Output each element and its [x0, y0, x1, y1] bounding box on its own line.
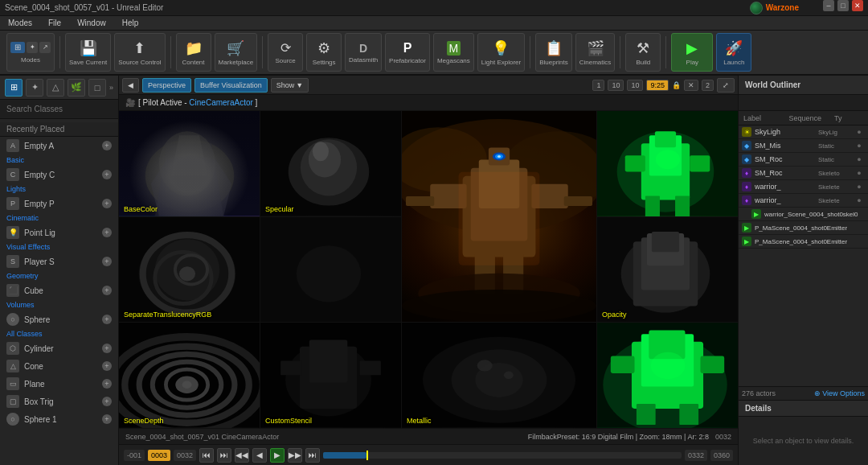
panel-item-players[interactable]: S Player S +	[0, 253, 118, 270]
tl-step-fwd-btn[interactable]: ▶▶	[288, 448, 302, 463]
outliner-item-pma2[interactable]: ▶ P_MaScene_0004_shot0Emitter	[739, 235, 868, 249]
panel-item-emptya[interactable]: A Empty A +	[0, 137, 118, 154]
tl-prev-key-btn[interactable]: ⏭	[217, 448, 231, 463]
panel-item-sphere[interactable]: ○ Sphere +	[0, 311, 118, 328]
viewport-back-btn[interactable]: ◀	[122, 78, 139, 93]
timeline-start: -001	[124, 450, 145, 461]
panel-item-cylinder[interactable]: ⬡ Cylinder +	[0, 339, 118, 357]
mode-select-btn[interactable]: ⊞	[5, 79, 23, 97]
emptya-add-btn[interactable]: +	[102, 141, 112, 150]
toolbar-source-control-btn[interactable]: ⬆ Source Control	[114, 33, 165, 72]
cube-add-btn[interactable]: +	[102, 286, 112, 295]
toolbar-prefabricator-btn[interactable]: P Prefabricator	[385, 33, 430, 72]
vp-maximize-btn[interactable]: ⤢	[717, 78, 735, 93]
menu-modes[interactable]: Modes	[5, 19, 35, 27]
panel-item-emptyc[interactable]: C Empty C +	[0, 166, 118, 183]
tl-next-key-btn[interactable]: ⏭	[305, 448, 320, 463]
toolbar-play-btn[interactable]: ▶ Play	[671, 33, 713, 72]
tl-step-back-btn[interactable]: ◀◀	[235, 448, 249, 463]
outliner-item-pma1[interactable]: ▶ P_MaScene_0004_shot0Emitter	[739, 221, 868, 235]
players-add-btn[interactable]: +	[102, 257, 112, 266]
recently-placed-header[interactable]: Recently Placed	[0, 122, 118, 137]
tl-play-btn[interactable]: ▶	[270, 448, 285, 463]
minimize-button[interactable]: –	[823, 0, 834, 11]
boxtrig-add-btn[interactable]: +	[102, 397, 112, 406]
toolbar-marketplace-btn[interactable]: 🛒 Marketplace	[215, 33, 258, 72]
toolbar-save-btn[interactable]: 💾 Save Current	[65, 33, 111, 72]
mode-paint-btn[interactable]: ✦	[26, 79, 43, 97]
panel-item-cube[interactable]: ⬛ Cube +	[0, 282, 118, 299]
warrior1-name: warrior_	[755, 183, 815, 191]
outliner-search-input[interactable]	[739, 95, 868, 111]
tl-step-back-one-btn[interactable]: ◀	[252, 448, 267, 463]
show-btn[interactable]: Show ▼	[271, 78, 309, 93]
panel-item-boxtrig[interactable]: ▢ Box Trig +	[0, 393, 118, 410]
volumes-category[interactable]: Volumes	[0, 299, 118, 311]
mode-landscape-btn[interactable]: △	[47, 79, 64, 97]
toolbar-blueprints-btn[interactable]: 📋 Blueprints	[535, 33, 572, 72]
cylinder-add-btn[interactable]: +	[102, 344, 112, 353]
buffer-main-viewport[interactable]	[402, 111, 596, 322]
visualfx-category[interactable]: Visual Effects	[0, 241, 118, 253]
buffer-gizmo[interactable]	[597, 323, 738, 428]
toolbar-content-btn[interactable]: 📁 Content	[176, 33, 211, 72]
outliner-item-skylight[interactable]: ☀ SkyLigh SkyLig ●	[739, 126, 868, 139]
toolbar-light-explorer-btn[interactable]: 💡 Light Explorer	[477, 33, 525, 72]
panel-item-cone[interactable]: △ Cone +	[0, 357, 118, 375]
menu-file[interactable]: File	[45, 19, 64, 27]
panel-item-emptyp[interactable]: P Empty P +	[0, 195, 118, 212]
timeline-track[interactable]	[323, 452, 682, 459]
buffer-opacity[interactable]: Opacity	[597, 217, 738, 323]
toolbar-source-btn[interactable]: ⟳ Source	[268, 33, 303, 72]
outliner-item-warrior2[interactable]: ♦ warrior_ Skelete ●	[739, 194, 868, 208]
buffer-sep-trans-rgb[interactable]: SeparateTranslucencyRGB	[119, 217, 260, 323]
play-label: Play	[686, 59, 699, 66]
cinematic-category[interactable]: Cinematic	[0, 212, 118, 224]
modes-expand[interactable]: »	[109, 84, 113, 92]
outliner-item-sm-mis[interactable]: ◆ SM_Mis Static ●	[739, 139, 868, 153]
emptyp-add-btn[interactable]: +	[102, 199, 112, 208]
toolbar-modes[interactable]: ⊞ ✦ ↗ Modes	[6, 33, 55, 72]
buffer-scene-depth[interactable]: SceneDepth	[119, 323, 260, 428]
view-options-btn[interactable]: ⊕ View Options	[814, 389, 865, 397]
basic-category[interactable]: Basic	[0, 154, 118, 166]
tl-skip-start-btn[interactable]: ⏮	[199, 448, 214, 463]
sphere-add-btn[interactable]: +	[102, 315, 112, 324]
close-button[interactable]: ✕	[852, 0, 863, 11]
allclasses-category[interactable]: All Classes	[0, 328, 118, 339]
buffer-metallic[interactable]: Metallic	[402, 323, 596, 428]
outliner-item-warrior1[interactable]: ♦ warrior_ Skelete ●	[739, 180, 868, 194]
buffer-empty-row2-col2[interactable]	[260, 217, 401, 323]
outliner-item-sm-roc2[interactable]: ♦ SM_Roc Skeleto ●	[739, 167, 868, 180]
menu-window[interactable]: Window	[74, 19, 109, 27]
toolbar-cinematics-btn[interactable]: 🎬 Cinematics	[575, 33, 616, 72]
buffer-topleft4[interactable]	[597, 111, 738, 216]
plane-add-btn[interactable]: +	[102, 379, 112, 389]
outliner-item-sm-roc1[interactable]: ◆ SM_Roc Static ●	[739, 153, 868, 167]
perspective-btn[interactable]: Perspective	[142, 78, 191, 93]
buffer-viz-btn[interactable]: Buffer Visualization	[194, 78, 268, 93]
panel-item-sphere1[interactable]: ○ Sphere 1 +	[0, 410, 118, 428]
sphere1-add-btn[interactable]: +	[102, 414, 112, 424]
mode-mesh-btn[interactable]: □	[88, 79, 106, 97]
emptyc-add-btn[interactable]: +	[102, 170, 112, 179]
maximize-button[interactable]: □	[837, 0, 849, 11]
lights-category[interactable]: Lights	[0, 183, 118, 195]
buffer-custom-stencil[interactable]: CustomStencil	[260, 323, 401, 428]
toolbar-settings-btn[interactable]: ⚙ Settings	[306, 33, 342, 72]
menu-help[interactable]: Help	[119, 19, 142, 27]
outliner-item-warrior-scene[interactable]: ▶ warrior_Scene_0004_shot0skel0	[739, 208, 868, 221]
toolbar-megascans-btn[interactable]: M Megascans	[433, 33, 474, 72]
panel-item-plane[interactable]: ▭ Plane +	[0, 375, 118, 393]
buffer-basecol[interactable]: BaseColor	[119, 111, 260, 216]
cone-add-btn[interactable]: +	[102, 361, 112, 371]
geometry-category[interactable]: Geometry	[0, 270, 118, 282]
search-classes-input[interactable]	[0, 100, 118, 119]
pointlight-add-btn[interactable]: +	[102, 228, 112, 237]
toolbar-build-btn[interactable]: ⚒ Build	[625, 33, 661, 72]
toolbar-launch-btn[interactable]: 🚀 Launch	[716, 33, 751, 72]
mode-foliage-btn[interactable]: 🌿	[68, 79, 85, 97]
buffer-specular[interactable]: Specular	[260, 111, 401, 216]
toolbar-datasmith-btn[interactable]: D Datasmith	[345, 33, 382, 72]
panel-item-pointlight[interactable]: 💡 Point Lig +	[0, 224, 118, 241]
